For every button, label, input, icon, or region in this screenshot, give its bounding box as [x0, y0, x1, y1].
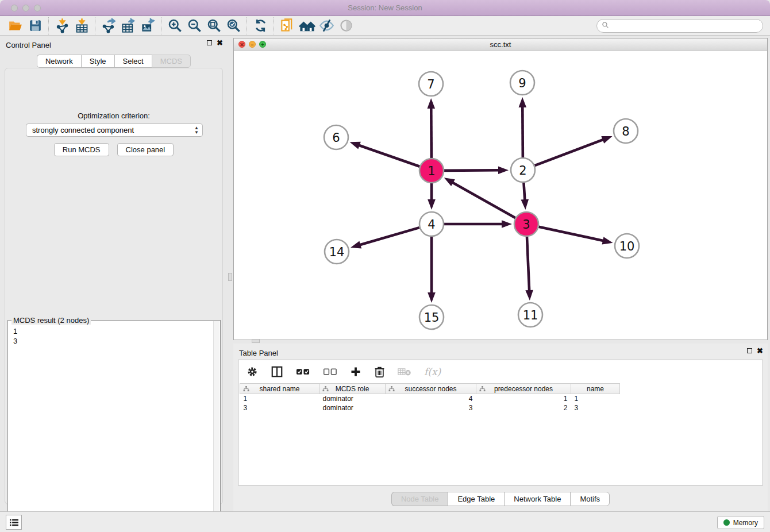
memory-status-icon [723, 519, 730, 526]
export-table-icon[interactable] [118, 17, 138, 34]
zoom-in-icon[interactable] [165, 17, 184, 34]
column-header-MCDS-role[interactable]: MCDS role [319, 384, 386, 394]
tab-node-table[interactable]: Node Table [391, 492, 448, 506]
network-window-titlebar[interactable]: ✕ − + scc.txt [234, 38, 767, 51]
mcds-result-item: 1 [13, 326, 213, 336]
table-cell[interactable]: 1 [476, 394, 571, 403]
close-panel-button[interactable]: Close panel [117, 143, 174, 156]
add-column-icon[interactable] [350, 366, 361, 377]
mcds-result-box: MCDS result (2 nodes) 13 [7, 320, 221, 532]
hide-selected-icon[interactable] [317, 17, 336, 34]
main-toolbar [0, 16, 770, 36]
table-cell[interactable]: dominator [319, 403, 386, 413]
criterion-value: strongly connected component [32, 126, 134, 134]
task-history-button[interactable] [6, 515, 22, 530]
search-field[interactable] [596, 19, 763, 33]
deselect-all-columns-icon[interactable] [323, 368, 337, 376]
tab-edge-table[interactable]: Edge Table [448, 492, 504, 506]
table-cell[interactable]: 3 [386, 403, 476, 413]
column-header-shared-name[interactable]: shared name [240, 384, 319, 394]
criterion-dropdown[interactable]: strongly connected component ▲▼ [26, 124, 203, 137]
tab-select[interactable]: Select [114, 55, 152, 68]
table-row[interactable]: 3dominator323 [240, 403, 620, 413]
graph-edge-arrowhead [601, 136, 612, 144]
tab-network-table[interactable]: Network Table [504, 492, 570, 506]
tab-style[interactable]: Style [81, 55, 114, 68]
graph-node-label: 15 [424, 311, 440, 325]
select-all-columns-icon[interactable] [296, 368, 310, 376]
open-folder-icon[interactable] [6, 17, 25, 34]
graph-node-label: 9 [518, 76, 526, 90]
run-mcds-button[interactable]: Run MCDS [54, 143, 109, 156]
export-image-icon[interactable] [138, 17, 157, 34]
delete-table-icon[interactable] [398, 367, 411, 376]
zoom-fit-icon[interactable] [204, 17, 224, 34]
import-table-icon[interactable] [72, 17, 91, 34]
table-cell[interactable]: dominator [319, 394, 386, 403]
column-header-predecessor-nodes[interactable]: predecessor nodes [476, 384, 571, 394]
function-builder-icon[interactable]: f(x) [424, 366, 441, 377]
zoom-selected-icon[interactable] [224, 17, 243, 34]
show-all-icon[interactable] [336, 17, 356, 34]
graph-edge[interactable] [359, 228, 419, 245]
settings-gear-icon[interactable] [247, 366, 258, 377]
graph-edge[interactable] [523, 183, 525, 201]
import-network-icon[interactable] [52, 17, 72, 34]
graph-edge[interactable] [527, 237, 529, 291]
graph-edge[interactable] [535, 140, 604, 166]
table-content: f(x) shared nameMCDS rolesuccessor nodes… [238, 360, 763, 485]
graph-edge-arrowhead [498, 166, 509, 174]
graph-edge[interactable] [444, 170, 499, 171]
optimization-criterion-label: Optimization criterion: [5, 111, 222, 120]
graph-node-label: 10 [619, 240, 635, 253]
column-header-name[interactable]: name [571, 384, 620, 394]
result-scrollbar[interactable] [213, 321, 220, 532]
first-neighbors-icon[interactable] [297, 17, 317, 34]
float-panel-icon[interactable] [207, 40, 212, 45]
close-panel-icon[interactable]: ✖ [217, 40, 223, 45]
network-graph[interactable]: 7968124314101511 [234, 51, 767, 340]
table-cell[interactable]: 2 [476, 403, 571, 413]
graph-edge[interactable] [522, 106, 523, 157]
save-icon[interactable] [25, 17, 45, 34]
node-table[interactable]: shared nameMCDS rolesuccessor nodesprede… [240, 383, 620, 413]
split-pane-icon[interactable] [271, 365, 283, 378]
delete-column-icon[interactable] [374, 366, 385, 378]
table-cell[interactable]: 1 [571, 394, 620, 403]
table-toolbar: f(x) [238, 360, 763, 383]
mcds-result-list[interactable]: 13 [9, 325, 213, 532]
control-panel: Control Panel ✖ Network Style Select MCD… [0, 36, 228, 511]
graph-node-label: 11 [523, 309, 538, 322]
graph-edge-arrowhead [428, 292, 436, 303]
graph-node-label: 7 [427, 78, 434, 91]
graph-node-label: 4 [428, 218, 435, 232]
table-cell[interactable]: 3 [240, 403, 319, 413]
graph-edge[interactable] [452, 182, 515, 218]
table-cell[interactable]: 4 [386, 394, 476, 403]
clone-network-icon[interactable] [278, 17, 297, 34]
refresh-icon[interactable] [251, 17, 270, 34]
close-table-panel-icon[interactable]: ✖ [757, 348, 763, 353]
table-row[interactable]: 1dominator411 [240, 394, 620, 403]
graph-edge[interactable] [538, 227, 603, 241]
tab-motifs[interactable]: Motifs [570, 492, 610, 506]
zoom-out-icon[interactable] [184, 17, 204, 34]
table-cell[interactable]: 1 [240, 394, 319, 403]
memory-button[interactable]: Memory [717, 516, 764, 529]
graph-edge[interactable] [431, 107, 432, 158]
search-input[interactable] [611, 22, 763, 30]
table-cell[interactable]: 3 [571, 403, 620, 413]
graph-edge-arrowhead [444, 178, 455, 186]
graph-edge-arrowhead [427, 98, 435, 109]
tab-mcds[interactable]: MCDS [152, 55, 191, 68]
tab-network[interactable]: Network [37, 55, 81, 68]
column-header-successor-nodes[interactable]: successor nodes [386, 384, 476, 394]
network-canvas[interactable]: 7968124314101511 [234, 51, 767, 340]
split-divider-vertical[interactable] [228, 36, 233, 511]
window-titlebar: Session: New Session [0, 0, 770, 16]
graph-edge[interactable] [359, 145, 420, 167]
float-table-panel-icon[interactable] [747, 348, 752, 353]
split-divider-horizontal-grip[interactable] [252, 339, 260, 343]
graph-node-label: 3 [522, 218, 530, 232]
export-network-icon[interactable] [99, 17, 118, 34]
